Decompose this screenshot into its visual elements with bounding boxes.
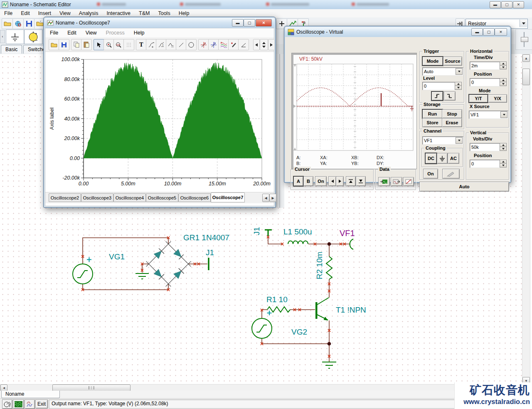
cursor-b-button[interactable]: B [303, 176, 313, 186]
menu-tools[interactable]: Tools [154, 10, 174, 16]
tab-basic[interactable]: Basic [1, 45, 22, 54]
voltage-source-component-button[interactable] [24, 30, 42, 44]
next-page-icon[interactable] [268, 39, 275, 50]
menu-help[interactable]: Help [175, 10, 194, 16]
combobox-dropdown-icon[interactable] [500, 111, 507, 118]
volts-div-field[interactable]: 50k [470, 143, 501, 151]
menu-edit[interactable]: Edit [63, 30, 81, 36]
export-diagram-icon[interactable] [403, 177, 414, 186]
x-source-combobox[interactable]: VF1 [469, 111, 508, 119]
cursor-right-icon[interactable] [336, 176, 344, 186]
menu-edit[interactable]: Edit [17, 10, 34, 16]
ellipse-tool-icon[interactable] [186, 39, 197, 50]
prev-page-icon[interactable] [253, 39, 260, 50]
storage-run-button[interactable]: Run [422, 109, 443, 118]
minimize-button[interactable]: ▬ [471, 28, 483, 36]
cursor-a-tool-icon[interactable] [146, 39, 157, 50]
scroll-left-icon[interactable]: ◄ [0, 384, 7, 391]
scroll-updown-icon[interactable] [260, 39, 268, 50]
coupling-dc-button[interactable]: DC [425, 153, 437, 164]
close-button[interactable]: ✕ [256, 19, 272, 27]
save-icon[interactable] [23, 18, 34, 29]
scroll-left-chevron[interactable]: ‹ [0, 30, 5, 43]
horizontal-position-spinner[interactable] [500, 78, 506, 86]
channel-combobox[interactable]: VF1 [422, 136, 463, 145]
combobox-dropdown-icon[interactable] [456, 68, 463, 75]
ground-component-button[interactable] [6, 30, 24, 44]
mode-yx-button[interactable]: Y/X [488, 94, 507, 103]
cursor-on-button[interactable]: On [315, 176, 327, 186]
tabs-scroll-right-icon[interactable]: ▶ [269, 194, 276, 202]
tab-oscilloscope3[interactable]: Oscilloscope3 [81, 193, 113, 202]
coupling-ac-button[interactable]: AC [448, 153, 459, 164]
scroll-up-icon[interactable]: ▲ [522, 54, 530, 62]
tab-oscilloscope7-active[interactable]: Oscilloscope7 [211, 192, 245, 202]
horizontal-scrollbar-thumb[interactable] [52, 384, 131, 391]
exit-button[interactable]: Exit [35, 399, 48, 409]
line-tool-icon[interactable] [176, 39, 187, 50]
vertical-scrollbar[interactable]: ▲ ▼ [522, 54, 530, 385]
close-button[interactable]: ✕ [495, 28, 507, 36]
menu-tm[interactable]: T&M [135, 10, 154, 16]
mode-yt-button[interactable]: Y/T [469, 94, 488, 103]
storage-store-button[interactable]: Store [422, 118, 443, 127]
menu-interactive[interactable]: Interactive [102, 10, 135, 16]
slider-handle[interactable] [521, 37, 528, 42]
combobox-dropdown-icon[interactable] [456, 137, 463, 144]
minimize-button[interactable]: ▬ [232, 19, 244, 27]
maximize-button[interactable]: ▢ [244, 19, 255, 27]
spin-down-icon[interactable] [500, 65, 507, 69]
spin-down-icon[interactable] [500, 163, 507, 168]
tabs-scroll-left-icon[interactable]: ◀ [262, 194, 269, 202]
storage-stop-button[interactable]: Stop [442, 109, 462, 118]
menu-view[interactable]: View [81, 30, 101, 36]
menu-analysis[interactable]: Analysis [75, 10, 103, 16]
spin-down-icon[interactable] [500, 147, 507, 151]
volts-div-spinner[interactable] [500, 143, 506, 150]
trigger-mode-combobox[interactable]: Auto [422, 67, 463, 76]
cursor-left-icon[interactable] [328, 176, 336, 186]
menu-insert[interactable]: Insert [34, 10, 55, 16]
save-icon[interactable] [59, 39, 69, 50]
trigger-level-field[interactable]: 0 [422, 82, 456, 90]
document-tab-noname[interactable]: Noname [1, 391, 60, 398]
trigger-source-button[interactable]: Source [443, 57, 462, 66]
menu-view[interactable]: View [55, 10, 75, 16]
cursor-down-icon[interactable] [356, 176, 366, 186]
horizontal-position-field[interactable]: 0 [470, 78, 501, 86]
cursor-up-icon[interactable] [346, 176, 356, 186]
cursor-b-tool-icon[interactable]: ? [156, 39, 167, 50]
tab-oscilloscope2[interactable]: Oscilloscope2 [49, 193, 81, 202]
cursor-b-icon[interactable]: b [208, 39, 219, 50]
slope-icon[interactable] [238, 39, 249, 50]
tracer-icon[interactable] [228, 39, 239, 50]
tab-oscilloscope6[interactable]: Oscilloscope6 [178, 193, 211, 202]
time-div-field[interactable]: 2m [470, 62, 501, 70]
time-div-spinner[interactable] [500, 62, 506, 69]
curve-edit-icon[interactable] [166, 39, 177, 50]
meter-icon[interactable] [2, 399, 12, 409]
trigger-level-spinner[interactable] [455, 82, 461, 89]
internet-find-icon[interactable] [12, 18, 24, 29]
tab-oscilloscope5[interactable]: Oscilloscope5 [146, 193, 178, 202]
export-curve-b-icon[interactable] [391, 177, 402, 186]
paste-icon[interactable] [81, 39, 92, 50]
vertical-position-spinner[interactable] [500, 160, 506, 167]
select-cursor-icon[interactable] [94, 39, 104, 50]
channel-on-button[interactable]: On [423, 169, 438, 179]
storage-erase-button[interactable]: Erase [442, 118, 462, 127]
tab-oscilloscope4[interactable]: Oscilloscope4 [113, 193, 146, 202]
trigger-rising-edge-icon[interactable] [431, 91, 443, 101]
menu-help[interactable]: Help [129, 30, 149, 36]
maximize-button[interactable]: ▢ [501, 1, 512, 8]
curves-icon[interactable] [218, 39, 229, 50]
vertical-scrollbar-thumb[interactable] [522, 69, 530, 85]
probe-pen-icon[interactable] [442, 169, 460, 179]
trigger-mode-button[interactable]: Mode [422, 57, 443, 66]
cursor-a-icon[interactable]: a [198, 39, 209, 50]
text-tool-icon[interactable]: T [136, 39, 147, 50]
signal-analyzer-icon[interactable] [25, 399, 35, 409]
close-button[interactable]: ✕ [513, 1, 524, 8]
vertical-position-field[interactable]: 0 [470, 160, 501, 168]
copy-icon[interactable] [71, 39, 82, 50]
